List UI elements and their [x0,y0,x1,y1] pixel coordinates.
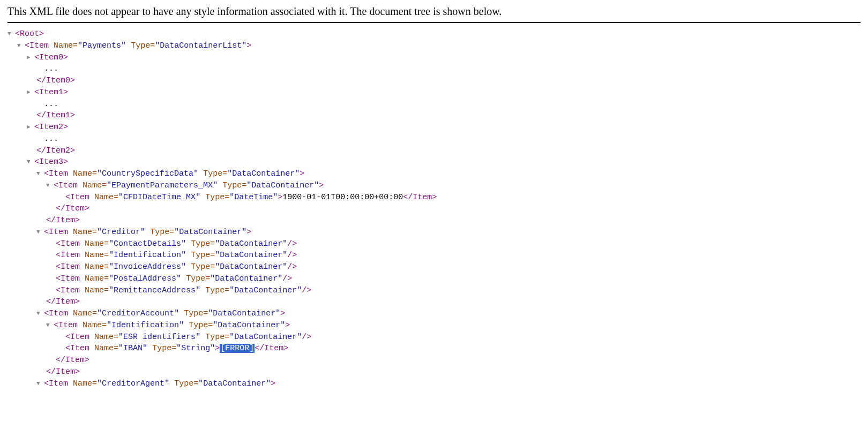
xml-node-contact-details[interactable]: <Item Name="ContactDetails" Type="DataCo… [8,238,860,250]
ellipsis: ... [8,63,860,75]
tag-name: Item [70,333,89,342]
quote: " [181,251,186,260]
attr-value: EPaymentParameters_MX [111,181,213,190]
attr-value: ContactDetails [114,239,181,248]
toggle-arrow-down-icon[interactable]: ▼ [46,182,54,190]
quote: " [215,239,220,248]
xml-node-identification[interactable]: <Item Name="Identification" Type="DataCo… [8,250,860,261]
equals: = [92,309,97,318]
toggle-arrow-down-icon[interactable]: ▼ [36,228,44,237]
xml-node-item3-open[interactable]: ▼<Item3> [8,156,860,168]
attr-value: DataContainer [220,239,282,248]
xml-node-payments-open[interactable]: ▼<Item Name="Payments" Type="DataContain… [8,40,860,52]
quote: " [198,379,203,388]
tag-name: Item [29,41,49,50]
xml-node-remittance-address[interactable]: <Item Name="RemittanceAddress" Type="Dat… [8,285,860,297]
equals: = [104,251,109,260]
tag-name: Item0 [46,76,70,85]
quote: " [107,321,111,330]
attr-value: String [181,344,210,353]
equals: = [169,228,174,237]
xml-node-invoice-address[interactable]: <Item Name="InvoiceAddress" Type="DataCo… [8,261,860,273]
quote: " [210,344,215,353]
angle-open: < [34,123,39,132]
attr-value: CreditorAgent [102,379,164,388]
self-close: /> [287,262,297,272]
toggle-arrow-down-icon[interactable]: ▼ [17,42,25,50]
xml-node-item2-open[interactable]: ▶<Item2> [8,122,860,133]
quote: " [273,193,278,202]
attr-name: Name [85,286,104,295]
angle-open: </ [56,356,65,365]
quote: " [213,181,218,190]
angle-close: > [319,181,324,190]
xml-node-country-specific-data-close: </Item> [8,215,860,227]
xml-node-iban[interactable]: <Item Name="IBAN" Type="String">[ERROR]<… [8,343,860,355]
equals: = [104,286,109,295]
xml-node-creditor-account-open[interactable]: ▼<Item Name="CreditorAccount" Type="Data… [8,308,860,320]
xml-node-creditor-agent-open[interactable]: ▼<Item Name="CreditorAgent" Type="DataCo… [8,378,860,390]
quote: " [282,251,287,260]
xml-node-postal-address[interactable]: <Item Name="PostalAddress" Type="DataCon… [8,273,860,285]
angle-open: </ [36,76,46,85]
toggle-arrow-down-icon[interactable]: ▼ [8,30,15,39]
xml-node-item1-open[interactable]: ▶<Item1> [8,87,860,99]
tag-name: Item [61,262,80,272]
xml-node-root-open[interactable]: ▼<Root> [8,28,860,40]
equals: = [104,239,109,248]
xml-node-creditor-close: </Item> [8,296,860,308]
toggle-arrow-down-icon[interactable]: ▼ [36,170,44,178]
attr-name: Name [54,41,73,50]
tag-name: Item0 [39,53,63,62]
equals: = [210,262,215,272]
toggle-arrow-down-icon[interactable]: ▼ [36,310,44,318]
attr-name: Type [152,344,171,353]
xml-node-item0-open[interactable]: ▶<Item0> [8,52,860,64]
angle-open: < [56,286,61,295]
attr-name: Name [85,251,104,260]
attr-value: DataContainer [215,274,278,283]
selected-text-error[interactable]: [ERROR] [220,344,255,353]
toggle-arrow-down-icon[interactable]: ▼ [36,380,44,388]
equals: = [225,333,229,342]
tag-name: Item [58,181,78,190]
angle-close: > [300,169,304,178]
quote: " [176,274,181,283]
xml-node-epayment-parameters-mx-close: </Item> [8,203,860,215]
xml-node-country-specific-data-open[interactable]: ▼<Item Name="CountrySpecificData" Type="… [8,168,860,180]
tag-name: Item [70,344,89,353]
toggle-arrow-right-icon[interactable]: ▶ [27,88,34,97]
xml-tree-viewer[interactable]: This XML file does not appear to have an… [0,0,868,422]
equals: = [150,41,155,50]
toggle-arrow-down-icon[interactable]: ▼ [46,321,54,330]
quote: " [275,309,280,318]
angle-open: < [65,344,70,353]
angle-close: > [278,193,282,202]
xml-node-creditor-open[interactable]: ▼<Item Name="Creditor" Type="DataContain… [8,227,860,238]
toggle-arrow-right-icon[interactable]: ▶ [27,123,34,132]
quote: " [215,251,220,260]
attr-name: Type [191,239,210,248]
quote: " [314,181,319,190]
equals: = [205,274,210,283]
equals: = [225,193,229,202]
quote: " [118,344,123,353]
angle-close: > [280,309,285,318]
angle-close: > [75,216,80,225]
angle-close: > [432,193,437,202]
xml-node-epayment-parameters-mx-open[interactable]: ▼<Item Name="EPaymentParameters_MX" Type… [8,180,860,192]
self-close: /> [302,286,311,295]
quote: " [174,309,179,318]
attr-name: Type [205,193,225,202]
xml-node-esr-identifiers[interactable]: <Item Name="ESR identifiers" Type="DataC… [8,331,860,343]
attr-value: CreditorAccount [102,309,174,318]
attr-value: Creditor [102,228,140,237]
angle-open: </ [46,367,56,376]
toggle-arrow-right-icon[interactable]: ▶ [27,54,34,62]
xml-node-identification-nested-open[interactable]: ▼<Item Name="Identification" Type="DataC… [8,320,860,331]
attr-name: Type [222,181,242,190]
xml-node-cfdi-datetime-mx[interactable]: <Item Name="CFDIDateTime_MX" Type="DateT… [8,192,860,204]
attr-value: PostalAddress [114,274,176,283]
attr-name: Type [189,321,208,330]
toggle-arrow-down-icon[interactable]: ▼ [27,158,34,167]
